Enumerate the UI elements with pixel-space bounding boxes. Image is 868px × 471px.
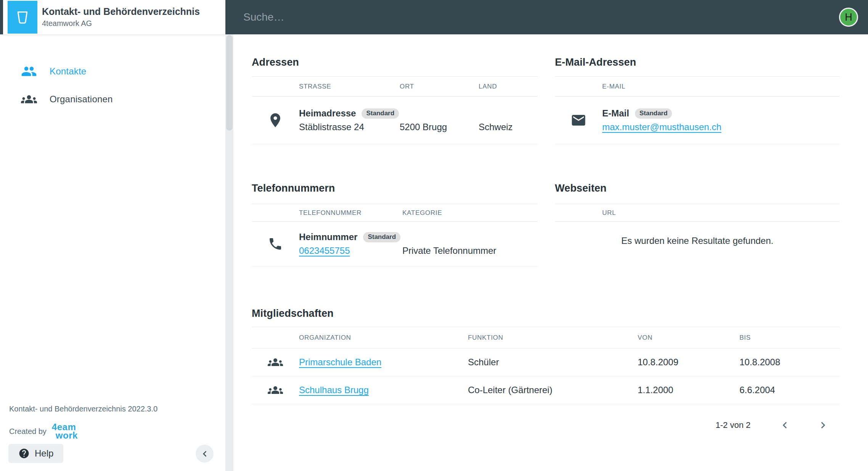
section-adressen: Adressen STRASSE ORT LAND Heimadresse St… (252, 56, 538, 144)
column-header-strasse: STRASSE (299, 83, 400, 90)
chevron-left-icon (199, 448, 211, 460)
sidebar-item-label: Kontakte (50, 66, 86, 77)
standard-badge: Standard (363, 232, 400, 242)
pagination-range: 1-2 von 2 (715, 420, 751, 430)
membership-row: Schulhaus Brugg Co-Leiter (Gärtnerei) 1.… (252, 376, 840, 404)
email-label: E-Mail (602, 108, 629, 119)
section-webseiten: Webseiten URL Es wurden keine Resultate … (555, 182, 840, 246)
content-scrollbar (225, 34, 233, 471)
help-label: Help (35, 448, 53, 459)
organization-link[interactable]: Primarschule Baden (299, 357, 381, 368)
table-row: E-Mail Standard max.muster@musthausen.ch (555, 97, 840, 144)
table-row: Heimadresse Standard Stäblistrasse 24 52… (252, 97, 538, 144)
column-header-bis: BIS (739, 334, 840, 342)
phone-icon (268, 236, 283, 252)
people-icon (21, 63, 37, 79)
app-version: Kontakt- und Behördenverzeichnis 2022.3.… (9, 405, 215, 413)
column-header-funktion: FUNKTION (468, 334, 638, 342)
window-edge-strip (0, 0, 3, 34)
shield-icon (14, 8, 31, 26)
address-land: Schweiz (479, 122, 538, 132)
email-label-line: E-Mail Standard (602, 108, 840, 119)
sidebar-nav: Kontakte Organisationen (0, 57, 225, 113)
section-title: Telefonnummern (252, 182, 538, 195)
pagination-next-button[interactable] (814, 416, 832, 434)
search-input[interactable] (225, 0, 868, 34)
phone-kategorie: Private Telefonnummer (402, 245, 538, 256)
avatar-initial: H (845, 11, 852, 23)
help-button[interactable]: Help (8, 444, 63, 463)
main-content: Adressen STRASSE ORT LAND Heimadresse St… (233, 34, 868, 471)
membership-funktion: Schüler (468, 357, 638, 368)
table-header: STRASSE ORT LAND (252, 76, 538, 97)
table-header: ORGANIZATION FUNKTION VON BIS (252, 327, 840, 348)
address-ort: 5200 Brugg (400, 122, 479, 132)
app-title: Kontakt- und Behördenverzeichnis (42, 6, 200, 17)
section-mitgliedschaften: Mitgliedschaften ORGANIZATION FUNKTION V… (252, 307, 840, 404)
groups-icon (21, 91, 37, 107)
phone-label-line: Heimnummer Standard (299, 232, 402, 242)
address-label-line: Heimadresse Standard (299, 108, 400, 119)
section-title: Adressen (252, 56, 538, 69)
table-header: URL (555, 204, 840, 222)
phone-label: Heimnummer (299, 232, 357, 242)
created-by-label: Created by (9, 427, 47, 436)
app-subtitle: 4teamwork AG (42, 19, 92, 28)
location-pin-icon (267, 112, 284, 129)
membership-bis: 10.8.2008 (739, 357, 840, 368)
address-label: Heimadresse (299, 108, 356, 119)
sidebar-item-kontakte[interactable]: Kontakte (0, 57, 225, 85)
section-title: Webseiten (555, 182, 840, 195)
column-header-url: URL (602, 209, 840, 217)
column-header-telefonnummer: TELEFONNUMMER (299, 209, 402, 217)
help-icon (18, 448, 30, 459)
section-telefonnummern: Telefonnummern TELEFONNUMMER KATEGORIE H… (252, 182, 538, 266)
table-header: TELEFONNUMMER KATEGORIE (252, 204, 538, 222)
sidebar-item-organisationen[interactable]: Organisationen (0, 85, 225, 113)
pagination-prev-button[interactable] (776, 416, 794, 434)
standard-badge: Standard (362, 108, 399, 119)
column-header-kategorie: KATEGORIE (402, 209, 538, 217)
sidebar-item-label: Organisationen (50, 94, 113, 105)
address-strasse: Stäblistrasse 24 (299, 122, 400, 132)
groups-icon (268, 382, 283, 398)
table-header: E-MAIL (555, 76, 840, 97)
membership-von: 1.1.2000 (638, 385, 739, 395)
section-email-adressen: E-Mail-Adressen E-MAIL E-Mail Standard m… (555, 56, 840, 144)
created-by-row: Created by 4eam work (9, 423, 78, 440)
sidebar-collapse-button[interactable] (196, 445, 214, 463)
sidebar-header: Kontakt- und Behördenverzeichnis 4teamwo… (0, 0, 225, 34)
organization-link[interactable]: Schulhaus Brugg (299, 385, 369, 395)
email-icon (571, 112, 587, 128)
user-avatar[interactable]: H (839, 8, 858, 27)
brand-line2: work (56, 431, 78, 440)
column-header-land: LAND (479, 83, 538, 90)
groups-icon (268, 355, 283, 370)
membership-bis: 6.6.2004 (739, 385, 840, 395)
column-header-ort: ORT (400, 83, 479, 90)
pagination: 1-2 von 2 (252, 416, 840, 434)
chevron-right-icon (817, 419, 829, 432)
membership-funktion: Co-Leiter (Gärtnerei) (468, 385, 638, 395)
phone-number-link[interactable]: 0623455755 (299, 245, 350, 256)
sidebar: Kontakt- und Behördenverzeichnis 4teamwo… (0, 0, 225, 471)
app-screen: H Kontakt- und Behördenverzeichnis 4team… (0, 0, 868, 471)
membership-von: 10.8.2009 (638, 357, 739, 368)
section-title: E-Mail-Adressen (555, 56, 840, 69)
email-address-link[interactable]: max.muster@musthausen.ch (602, 122, 721, 132)
scrollbar-thumb[interactable] (226, 35, 233, 131)
membership-row: Primarschule Baden Schüler 10.8.2009 10.… (252, 348, 840, 376)
table-row: Heimnummer Standard 0623455755 Private T… (252, 222, 538, 266)
column-header-organization: ORGANIZATION (299, 334, 468, 342)
chevron-left-icon (778, 419, 791, 432)
app-logo[interactable] (8, 1, 37, 34)
section-title: Mitgliedschaften (252, 307, 840, 320)
topbar: H (225, 0, 868, 34)
column-header-von: VON (638, 334, 739, 342)
4teamwork-logo[interactable]: 4eam work (52, 423, 78, 440)
no-results-message: Es wurden keine Resultate gefunden. (555, 222, 840, 246)
standard-badge: Standard (635, 108, 672, 119)
column-header-email: E-MAIL (602, 83, 840, 90)
